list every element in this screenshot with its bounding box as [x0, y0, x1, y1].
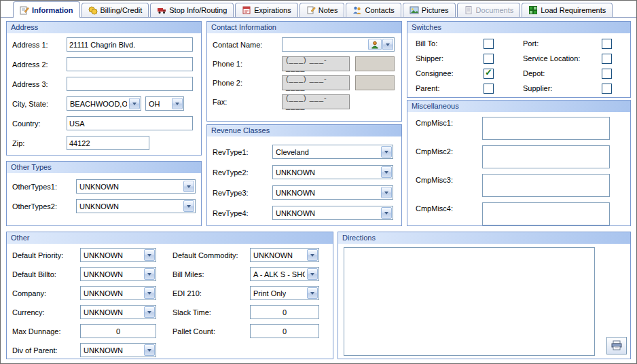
edi-210-select[interactable]: Print Only [250, 286, 319, 300]
chevron-down-icon[interactable] [381, 187, 392, 198]
shipper-checkbox[interactable] [484, 54, 494, 64]
parent-checkbox[interactable] [484, 84, 494, 94]
othertypes1-select[interactable]: UNKNOWN [76, 179, 196, 194]
chevron-down-icon[interactable] [381, 207, 392, 219]
default-billto-select[interactable]: UNKNOWN [80, 267, 156, 281]
country-input[interactable] [67, 116, 193, 130]
chevron-down-icon[interactable] [307, 249, 318, 261]
tab-information[interactable]: Information [13, 1, 80, 18]
revtype4-value: UNKNOWN [276, 209, 315, 217]
phone2-ext-input [355, 75, 395, 90]
chevron-down-icon[interactable] [144, 268, 155, 280]
currency-select[interactable]: UNKNOWN [80, 305, 156, 319]
contact-person-icon[interactable] [368, 39, 382, 50]
city-select[interactable]: BEACHWOOD,OH/ [67, 96, 141, 111]
default-commodity-label: Default Commodity: [172, 251, 250, 259]
city-state-label: City, State: [12, 100, 67, 108]
default-priority-select[interactable]: UNKNOWN [80, 248, 156, 262]
chevron-down-icon[interactable] [172, 98, 183, 109]
parent-label: Parent: [416, 84, 484, 92]
chevron-down-icon[interactable] [307, 268, 318, 280]
phone1-label: Phone 1: [213, 60, 282, 68]
depot-checkbox[interactable] [602, 69, 612, 79]
chevron-down-icon[interactable] [144, 287, 155, 299]
chevron-down-icon[interactable] [129, 98, 140, 109]
consignee-checkbox[interactable] [484, 69, 494, 79]
address2-input[interactable] [67, 57, 193, 71]
other-group: Other Default Priority: UNKNOWN Default … [6, 232, 333, 359]
state-select[interactable]: OH [145, 96, 184, 111]
edi-210-value: Print Only [253, 289, 286, 297]
chevron-down-icon[interactable] [183, 200, 194, 212]
cmpmisc1-label: CmpMisc1: [416, 117, 482, 127]
chevron-down-icon[interactable] [144, 249, 155, 261]
tab-contacts-label: Contacts [365, 6, 394, 14]
fax-mask: (___) ___-____ [286, 94, 346, 110]
tab-load-requirements[interactable]: Load Requirements [522, 3, 613, 17]
cmpmisc1-input[interactable] [482, 117, 610, 140]
documents-icon [464, 5, 473, 15]
tab-stop-info-routing-label: Stop Info/Routing [169, 6, 227, 14]
address-group-title: Address [7, 22, 201, 33]
tab-billing-credit-label: Billing/Credit [101, 6, 143, 14]
chevron-down-icon[interactable] [381, 166, 392, 178]
revtype1-select[interactable]: Cleveland [272, 145, 393, 159]
print-button[interactable] [606, 337, 627, 354]
tab-expirations-label: Expirations [254, 6, 291, 14]
address3-input[interactable] [67, 77, 193, 91]
revtype2-select[interactable]: UNKNOWN [272, 165, 393, 179]
supplier-checkbox[interactable] [602, 84, 612, 94]
slack-time-input[interactable] [250, 305, 319, 319]
port-label: Port: [523, 39, 602, 48]
port-checkbox[interactable] [602, 39, 612, 49]
zip-input[interactable] [67, 136, 149, 150]
company-select[interactable]: UNKNOWN [80, 286, 156, 300]
cmpmisc3-input[interactable] [482, 174, 610, 197]
cmpmisc4-input[interactable] [482, 202, 610, 225]
edi-210-label: EDI 210: [172, 289, 250, 297]
cmpmisc2-input[interactable] [482, 145, 610, 168]
address1-input[interactable] [67, 37, 193, 52]
directions-group: Directions [338, 232, 631, 359]
tab-billing-credit[interactable]: Billing/Credit [81, 3, 149, 17]
stop-info-routing-icon [157, 5, 166, 15]
contact-name-label: Contact Name: [213, 41, 282, 49]
div-of-parent-select[interactable]: UNKNOWN [80, 343, 156, 357]
revtype1-value: Cleveland [276, 148, 309, 156]
bill-to-label: Bill To: [416, 39, 484, 48]
tab-notes[interactable]: Notes [299, 3, 345, 17]
service-location-checkbox[interactable] [602, 54, 612, 64]
chevron-down-icon[interactable] [382, 39, 393, 50]
chevron-down-icon[interactable] [381, 146, 392, 158]
tab-pictures[interactable]: Pictures [403, 3, 456, 17]
pictures-icon [410, 5, 419, 15]
tab-contacts[interactable]: Contacts [346, 3, 401, 17]
contact-name-select[interactable] [282, 37, 395, 52]
tab-bar: Information Billing/Credit Stop Info/Rou… [1, 1, 636, 18]
bill-miles-select[interactable]: A - ALK S - SHO [250, 267, 319, 281]
tab-expirations[interactable]: Expirations [235, 3, 297, 17]
chevron-down-icon[interactable] [144, 306, 155, 318]
chevron-down-icon[interactable] [307, 287, 318, 299]
switches-group-title: Switches [407, 22, 630, 33]
billing-credit-icon [88, 5, 98, 15]
service-location-label: Service Location: [523, 54, 602, 62]
tab-information-label: Information [32, 6, 73, 14]
revtype3-select[interactable]: UNKNOWN [272, 185, 393, 200]
div-of-parent-value: UNKNOWN [84, 346, 123, 354]
othertypes2-select[interactable]: UNKNOWN [76, 199, 196, 213]
pallet-count-input[interactable] [250, 324, 319, 338]
bill-to-checkbox[interactable] [484, 39, 494, 49]
tab-stop-info-routing[interactable]: Stop Info/Routing [150, 3, 234, 17]
othertypes1-value: UNKNOWN [79, 183, 119, 191]
tab-pictures-label: Pictures [422, 6, 449, 14]
directions-textarea[interactable] [344, 247, 595, 356]
depot-label: Depot: [523, 69, 602, 77]
chevron-down-icon[interactable] [144, 344, 155, 356]
default-commodity-select[interactable]: UNKNOWN [250, 248, 319, 262]
default-billto-label: Default Billto: [12, 270, 80, 278]
other-types-group-title: Other Types [7, 162, 201, 173]
chevron-down-icon[interactable] [183, 181, 194, 192]
max-dunnage-input[interactable] [80, 324, 156, 338]
revtype4-select[interactable]: UNKNOWN [272, 206, 393, 220]
